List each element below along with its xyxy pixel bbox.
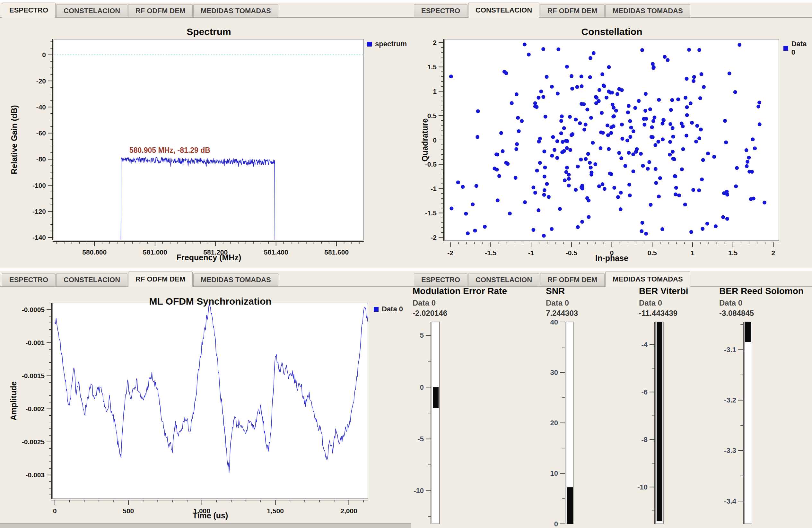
tab-espectro[interactable]: ESPECTRO — [414, 273, 467, 286]
y-tick-label: -0.5 — [425, 161, 437, 168]
ml_ofdm_sync-canvas[interactable] — [53, 303, 368, 499]
gauge-tick-label: -6 — [641, 388, 648, 396]
legend: Data 0 — [374, 305, 403, 313]
gauge-tick-label: -3.4 — [724, 497, 737, 505]
tab-constelacion[interactable]: CONSTELACION — [56, 273, 128, 286]
tab-constelacion[interactable]: CONSTELACION — [56, 4, 128, 17]
modulation_error_rate-tube — [432, 322, 439, 524]
modulation_error_rate-fill — [433, 387, 439, 408]
y-tick-label: 2 — [433, 39, 437, 46]
gauge-tick-label: -5 — [417, 435, 424, 443]
tab-espectro[interactable]: ESPECTRO — [414, 4, 467, 17]
legend: Data 0 — [783, 40, 812, 57]
tab-rf-odfm-dem[interactable]: RF ODFM DEM — [540, 273, 605, 286]
legend-swatch-icon — [374, 307, 379, 312]
snr-gauge: 403020100 — [550, 318, 574, 528]
tab-constelacion[interactable]: CONSTELACION — [468, 3, 539, 18]
y-tick-label: -2 — [431, 234, 437, 241]
modulation_error_rate-gauge: 50-5-10 — [414, 322, 439, 524]
tab-espectro[interactable]: ESPECTRO — [2, 273, 56, 286]
y-tick-label: -0.0015 — [22, 372, 45, 379]
legend-swatch-icon — [367, 42, 372, 46]
y-tick-label: -0.002 — [25, 405, 45, 412]
y-tick-label: 0 — [42, 51, 46, 58]
gauge-value: -2.020146 — [412, 309, 447, 318]
gauge-series-label: Data 0 — [639, 298, 662, 308]
x-axis-label: Frequency (MHz) — [54, 253, 364, 262]
panel-rf-ofdm-dem: -0.0005-0.001-0.0015-0.002-0.0025-0.0030… — [0, 269, 412, 528]
tab-medidas-tomadas[interactable]: MEDIDAS TOMADAS — [605, 272, 690, 287]
y-tick-label: -120 — [32, 208, 46, 215]
y-tick-label: -1.5 — [425, 209, 437, 217]
y-tick-label: -40 — [36, 103, 46, 111]
tab-rf-odfm-dem[interactable]: RF ODFM DEM — [540, 4, 605, 17]
y-tick-label: -0.001 — [25, 339, 45, 346]
x-axis-label: Time (us) — [53, 511, 368, 520]
y-tick-label: -80 — [36, 155, 46, 163]
ber_viterbi-fill — [657, 322, 662, 521]
gauge-tick-label: 0 — [554, 520, 558, 528]
y-axis-label: Relative Gain (dB) — [10, 105, 19, 174]
gauge-tick-label: 10 — [550, 469, 558, 477]
ber_reed_solomon-tube — [744, 322, 752, 524]
gauge-tick-label: -10 — [637, 483, 648, 491]
y-tick-label: 0 — [433, 136, 437, 144]
tab-medidas-tomadas[interactable]: MEDIDAS TOMADAS — [193, 273, 278, 286]
gauge-tick-label: -3.3 — [724, 446, 736, 455]
gauge-title: SNR — [546, 286, 565, 296]
peak-marker-label: 580.905 MHz, -81.29 dB — [129, 146, 210, 155]
tab-rf-odfm-dem[interactable]: RF ODFM DEM — [128, 4, 193, 17]
ber_reed_solomon-gauge: -3.1-3.2-3.3-3.4 — [724, 322, 752, 524]
y-tick-label: -0.003 — [25, 471, 45, 479]
y-tick-label: -100 — [32, 182, 46, 189]
plot-title: Spectrum — [54, 26, 364, 37]
constellation-canvas[interactable] — [445, 39, 779, 241]
gauge-tick-label: -3.1 — [724, 346, 736, 354]
plot-title: ML OFDM Synchronization — [53, 296, 368, 307]
constellation-plot: 21.510.50-0.5-1-1.5-2-2-1.5-1-0.500.511.… — [412, 0, 812, 269]
panel-espectro: 0-20-40-60-80-100-120-140580.800581.0005… — [0, 0, 412, 269]
tab-rf-odfm-dem[interactable]: RF ODFM DEM — [128, 272, 193, 287]
ber_reed_solomon-fill — [745, 322, 751, 342]
tab-espectro[interactable]: ESPECTRO — [2, 3, 56, 18]
gauge-series-label: Data 0 — [546, 298, 569, 308]
gauge-title: BER Reed Solomon — [719, 286, 804, 296]
plot-title: Constellation — [445, 26, 779, 37]
tab-bar: ESPECTROCONSTELACIONRF ODFM DEMMEDIDAS T… — [412, 271, 812, 287]
spectrum-canvas[interactable] — [54, 39, 364, 240]
gauge-tick-label: -4 — [641, 340, 648, 349]
gauge-series-label: Data 0 — [719, 298, 742, 308]
y-tick-label: 1 — [433, 88, 437, 95]
tab-constelacion[interactable]: CONSTELACION — [468, 273, 539, 286]
y-tick-label: -0.0005 — [22, 306, 45, 313]
tab-bar: ESPECTROCONSTELACIONRF ODFM DEMMEDIDAS T… — [412, 2, 812, 18]
spectrum-plot: 0-20-40-60-80-100-120-140580.800581.0005… — [0, 0, 412, 269]
legend-swatch-icon — [783, 46, 788, 51]
gauge-title: BER Viterbi — [639, 286, 688, 296]
gauge-tick-label: 20 — [550, 419, 558, 427]
measurement-gauges: 50-5-10403020100-4-6-8-10-3.1-3.2-3.3-3.… — [412, 269, 812, 528]
legend-label: Data 0 — [382, 305, 403, 313]
tab-medidas-tomadas[interactable]: MEDIDAS TOMADAS — [605, 4, 690, 17]
gnuradio-qt-gui-window: 0-20-40-60-80-100-120-140580.800581.0005… — [0, 0, 812, 528]
y-tick-label: -140 — [32, 234, 46, 241]
gauge-tick-label: 5 — [420, 331, 424, 339]
panel-constelacion: 21.510.50-0.5-1-1.5-2-2-1.5-1-0.500.511.… — [412, 0, 812, 269]
ber_viterbi-gauge: -4-6-8-10 — [637, 322, 663, 524]
y-tick-label: -60 — [36, 129, 46, 137]
gauge-value: 7.244303 — [546, 309, 578, 318]
horizontal-scrollbar[interactable] — [0, 523, 411, 528]
legend-label: Data 0 — [792, 40, 812, 57]
y-axis-label: Quadrature — [420, 118, 430, 162]
tab-medidas-tomadas[interactable]: MEDIDAS TOMADAS — [193, 4, 278, 17]
gauge-value: -11.443439 — [639, 309, 678, 318]
gauge-value: -3.084845 — [719, 309, 754, 318]
tab-bar: ESPECTROCONSTELACIONRF ODFM DEMMEDIDAS T… — [0, 271, 412, 287]
snr-fill — [567, 487, 573, 524]
y-tick-label: -20 — [36, 77, 46, 85]
y-tick-label: -1 — [431, 185, 437, 192]
gauge-tick-label: 40 — [550, 318, 558, 326]
gauge-tick-label: -3.2 — [724, 396, 736, 404]
gauge-series-label: Data 0 — [412, 298, 436, 308]
y-axis-label: Amplitude — [9, 381, 18, 421]
